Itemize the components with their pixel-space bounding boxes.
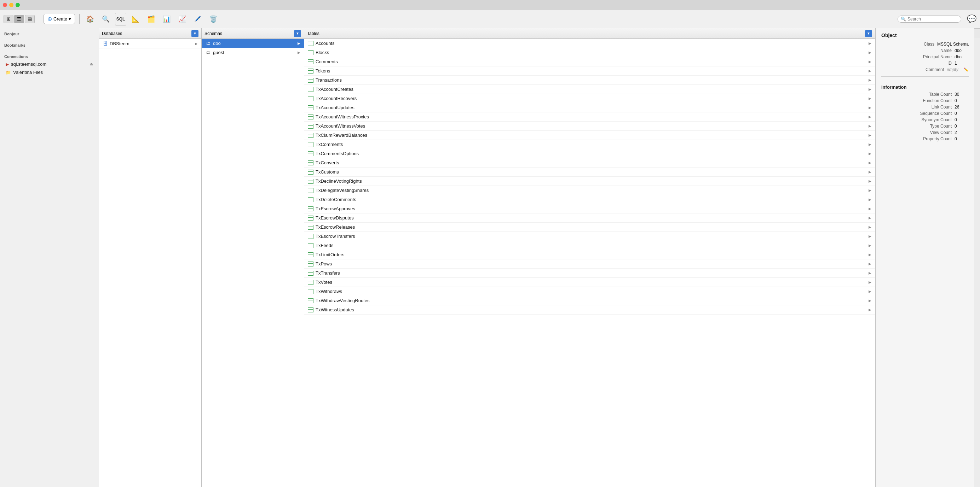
home-button[interactable]: 🏠 (84, 13, 97, 25)
table-item[interactable]: TxFeeds ▶ (304, 241, 875, 250)
table-icon (308, 289, 313, 294)
refresh-button[interactable]: 🗂️ (145, 13, 158, 25)
comment-edit-icon[interactable]: ✏️ (964, 68, 969, 72)
table-icon (308, 252, 313, 257)
table-item[interactable]: Transactions ▶ (304, 76, 875, 85)
table-icon (308, 151, 313, 156)
table-item[interactable]: TxWithdraws ▶ (304, 287, 875, 296)
table-icon (308, 179, 313, 184)
eject-icon[interactable]: ⏏ (89, 62, 93, 67)
table-item[interactable]: Tokens ▶ (304, 67, 875, 76)
dropdown-arrow-icon: ▾ (68, 16, 71, 22)
table-item[interactable]: TxDeclineVotingRights ▶ (304, 177, 875, 186)
function-count-row: Function Count 0 (881, 98, 969, 103)
table-icon (308, 59, 313, 64)
table-item[interactable]: TxEscrowDisputes ▶ (304, 213, 875, 223)
table-icon (308, 225, 313, 230)
chevron-right-icon: ▶ (869, 152, 872, 155)
table-icon (308, 160, 313, 165)
chevron-right-icon: ▶ (869, 115, 872, 119)
table-icon (308, 114, 313, 119)
connection-name: sql.steemsql.com (11, 62, 46, 67)
search-input[interactable] (907, 17, 958, 22)
name-label: Name (940, 48, 952, 53)
table-item[interactable]: Comments ▶ (304, 57, 875, 67)
fullscreen-button[interactable] (16, 3, 20, 7)
table-item[interactable]: TxDeleteComments ▶ (304, 195, 875, 204)
table-name: TxDeclineVotingRights (316, 178, 362, 184)
sql-button[interactable]: SQL (115, 13, 126, 25)
table-item[interactable]: TxConverts ▶ (304, 158, 875, 168)
grid-view-button[interactable]: ⊞ (3, 15, 13, 23)
table-icon (308, 243, 313, 248)
diagram-button[interactable]: 📊 (160, 13, 173, 25)
table-item[interactable]: TxWithdrawVestingRoutes ▶ (304, 296, 875, 305)
table-name: TxAccountWitnessProxies (316, 114, 369, 119)
create-label: Create (53, 16, 67, 22)
toolbar-separator (39, 14, 39, 24)
schemas-dropdown-button[interactable]: ▼ (294, 30, 301, 37)
chevron-right-icon: ▶ (869, 87, 872, 91)
create-button[interactable]: ⊕ Create ▾ (43, 14, 75, 24)
sequence-count-row: Sequence Count 0 (881, 111, 969, 116)
comment-label: Comment (926, 67, 944, 72)
table-item[interactable]: TxCommentsOptions ▶ (304, 149, 875, 158)
table-item[interactable]: TxEscrowReleases ▶ (304, 223, 875, 232)
layout-button[interactable]: 📐 (129, 13, 142, 25)
table-item[interactable]: TxWitnessUpdates ▶ (304, 305, 875, 314)
eyedropper-button[interactable]: 🖊️ (191, 13, 204, 25)
table-name: TxCommentsOptions (316, 151, 359, 156)
table-item[interactable]: TxEscrowTransfers ▶ (304, 232, 875, 241)
chevron-right-icon: ▶ (869, 170, 872, 174)
function-count-label: Function Count (923, 98, 952, 103)
trash-button[interactable]: 🗑️ (207, 13, 220, 25)
search-button[interactable]: 🔍 (99, 13, 112, 25)
table-item[interactable]: TxAccountWitnessProxies ▶ (304, 113, 875, 122)
table-item[interactable]: TxVotes ▶ (304, 278, 875, 287)
list-view-button[interactable]: ☰ (14, 15, 24, 23)
monitor-button[interactable]: 📈 (176, 13, 189, 25)
schema-item-dbo[interactable]: 🗂 dbo ▶ (202, 39, 304, 48)
function-count-value: 0 (955, 98, 969, 103)
schemas-panel: Schemas ▼ 🗂 dbo ▶ 🗂 guest ▶ (202, 28, 304, 487)
table-item[interactable]: TxEscrowApproves ▶ (304, 204, 875, 213)
databases-dropdown-button[interactable]: ▼ (191, 30, 199, 37)
view-count-value: 2 (955, 130, 969, 135)
sidebar-item-connection[interactable]: ▶ sql.steemsql.com ⏏ (0, 60, 99, 68)
chevron-right-icon: ▶ (869, 106, 872, 109)
chevron-right-icon: ▶ (869, 161, 872, 165)
table-item[interactable]: TxLimitOrders ▶ (304, 250, 875, 259)
table-item[interactable]: TxAccountCreates ▶ (304, 85, 875, 94)
connections-section: Connections ▶ sql.steemsql.com ⏏ 📁 Valen… (0, 51, 99, 78)
table-item[interactable]: Accounts ▶ (304, 39, 875, 48)
table-item[interactable]: TxComments ▶ (304, 140, 875, 149)
table-item[interactable]: TxAccountRecovers ▶ (304, 94, 875, 103)
object-panel-title: Object (881, 33, 969, 38)
table-name: TxEscrowApproves (316, 206, 355, 211)
minimize-button[interactable] (9, 3, 13, 7)
sidebar-item-files[interactable]: 📁 Valentina Files (0, 68, 99, 76)
schema-item-guest[interactable]: 🗂 guest ▶ (202, 48, 304, 57)
close-button[interactable] (3, 3, 7, 7)
table-item[interactable]: TxTransfers ▶ (304, 269, 875, 278)
view-buttons: ⊞ ☰ ▤ (3, 15, 35, 23)
table-item[interactable]: TxAccountWitnessVotes ▶ (304, 122, 875, 131)
tables-dropdown-button[interactable]: ▼ (865, 30, 872, 37)
table-item[interactable]: TxClaimRewardBalances ▶ (304, 131, 875, 140)
table-name: Transactions (316, 78, 342, 83)
table-item[interactable]: TxCustoms ▶ (304, 168, 875, 177)
table-item[interactable]: TxPows ▶ (304, 259, 875, 269)
databases-header: Databases ▼ (99, 28, 201, 39)
chat-icon[interactable]: 💬 (967, 14, 977, 24)
chevron-right-icon: ▶ (869, 51, 872, 54)
chevron-right-icon: ▶ (869, 78, 872, 82)
table-icon (308, 298, 313, 303)
table-item[interactable]: Blocks ▶ (304, 48, 875, 57)
search-box[interactable]: 🔍 (897, 16, 961, 22)
column-view-button[interactable]: ▤ (25, 15, 35, 23)
database-item-dbsteem[interactable]: 🗄 DBSteem ▶ (99, 39, 201, 48)
chevron-right-icon: ▶ (869, 216, 872, 220)
database-name: DBSteem (110, 41, 129, 46)
table-item[interactable]: TxAccountUpdates ▶ (304, 103, 875, 113)
table-item[interactable]: TxDelegateVestingShares ▶ (304, 186, 875, 195)
